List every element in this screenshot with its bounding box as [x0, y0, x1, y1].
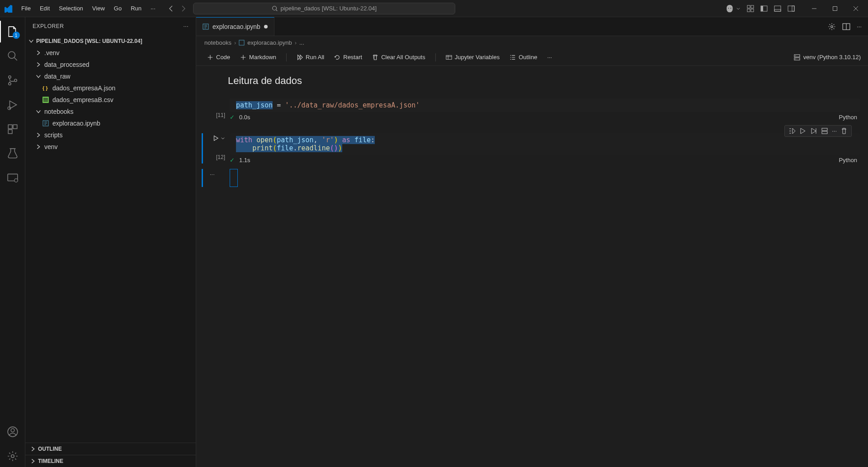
- chevron-down-icon[interactable]: [736, 6, 741, 11]
- project-title[interactable]: PIPELINE_DADOS [WSL: UBUNTU-22.04]: [25, 35, 196, 47]
- split-editor-icon[interactable]: [842, 23, 850, 31]
- code-token: :: [371, 136, 375, 144]
- exec-count: [11]: [216, 112, 225, 118]
- markdown-heading[interactable]: Leitura de dados: [204, 72, 860, 93]
- plus-icon: [240, 54, 246, 61]
- cell-status: ✓ 1.1s Python: [230, 155, 860, 163]
- panel-left-icon[interactable]: [760, 5, 768, 12]
- layout-grid-icon[interactable]: [747, 5, 754, 12]
- svg-point-0: [272, 6, 276, 10]
- code-cell-2[interactable]: ··· [12] with open(path_json, 'r') as fi…: [204, 133, 860, 163]
- svg-point-13: [8, 76, 10, 78]
- activity-testing[interactable]: [0, 143, 25, 164]
- run-cell-button[interactable]: [212, 135, 225, 141]
- menu-edit[interactable]: Edit: [36, 2, 54, 14]
- activity-debug[interactable]: [0, 94, 25, 116]
- menu-go[interactable]: Go: [110, 2, 126, 14]
- panel-bottom-icon[interactable]: [774, 5, 781, 12]
- svg-rect-39: [822, 128, 827, 131]
- chevron-right-icon: ›: [234, 39, 236, 46]
- breadcrumb-more[interactable]: ...: [299, 39, 304, 46]
- menu-overflow[interactable]: ···: [146, 2, 160, 14]
- window-minimize[interactable]: [804, 0, 825, 17]
- file-tree: .venv data_processed data_raw { } dados_…: [25, 47, 196, 153]
- execute-above-icon[interactable]: [810, 127, 817, 135]
- tree-folder-scripts[interactable]: scripts: [25, 129, 196, 141]
- tree-folder-notebooks[interactable]: notebooks: [25, 106, 196, 117]
- svg-point-37: [795, 55, 796, 56]
- tree-file-ipynb[interactable]: exploracao.ipynb: [25, 117, 196, 129]
- variables-button[interactable]: Jupyter Variables: [442, 52, 503, 62]
- code-token: ): [334, 136, 338, 144]
- breadcrumb-notebooks[interactable]: notebooks: [204, 39, 231, 46]
- clear-outputs-button[interactable]: Clear All Outputs: [368, 52, 429, 62]
- csv-icon: [42, 97, 50, 103]
- sidebar-more-icon[interactable]: ···: [183, 23, 189, 29]
- code-editor[interactable]: with open(path_json, 'r') as file: print…: [230, 133, 860, 155]
- restart-button[interactable]: Restart: [330, 52, 366, 62]
- copilot-icon[interactable]: [725, 4, 734, 13]
- cell-status: ✓ 0.0s Python: [230, 112, 860, 121]
- timeline-label: TIMELINE: [38, 458, 63, 464]
- gear-icon[interactable]: [828, 23, 836, 31]
- activity-search[interactable]: [0, 45, 25, 67]
- tree-label: notebooks: [44, 108, 74, 115]
- markdown-label: Markdown: [249, 54, 276, 61]
- menu-run[interactable]: Run: [127, 2, 146, 14]
- activity-explorer[interactable]: 1: [0, 21, 25, 42]
- split-cell-icon[interactable]: [821, 127, 828, 135]
- code-cell-1[interactable]: [11] path_json = '../data_raw/dados_empr…: [204, 98, 860, 121]
- panel-right-icon[interactable]: [788, 5, 795, 12]
- window-maximize[interactable]: [825, 0, 845, 17]
- output-more-icon[interactable]: ···: [210, 171, 215, 177]
- activity-settings[interactable]: [0, 445, 25, 467]
- tree-file-json[interactable]: { } dados_empresaA.json: [25, 82, 196, 94]
- add-code-button[interactable]: Code: [203, 52, 234, 62]
- tree-label: dados_empresaB.csv: [52, 96, 113, 103]
- activity-account[interactable]: [0, 421, 25, 443]
- cell-language[interactable]: Python: [839, 157, 860, 163]
- code-token: '../data_raw/dados_empresaA.json': [285, 101, 420, 109]
- code-token: ,: [314, 136, 322, 144]
- tree-folder-data-processed[interactable]: data_processed: [25, 59, 196, 70]
- activity-source-control[interactable]: [0, 70, 25, 91]
- tree-folder-data-raw[interactable]: data_raw: [25, 70, 196, 82]
- kernel-picker[interactable]: venv (Python 3.10.12): [793, 54, 861, 61]
- tab-exploracao[interactable]: exploracao.ipynb: [196, 17, 274, 36]
- cell-language[interactable]: Python: [839, 114, 860, 121]
- tab-label: exploracao.ipynb: [212, 23, 260, 30]
- svg-point-12: [8, 51, 15, 58]
- run-by-line-icon[interactable]: [788, 127, 796, 135]
- timeline-panel[interactable]: TIMELINE: [25, 455, 196, 467]
- command-center[interactable]: pipeline_dados [WSL: Ubuntu-22.04]: [193, 3, 455, 14]
- cell-output[interactable]: [230, 169, 238, 187]
- breadcrumb[interactable]: notebooks › exploracao.ipynb › ...: [196, 36, 868, 49]
- svg-rect-28: [43, 101, 48, 102]
- code-token: ): [338, 144, 342, 152]
- outline-button[interactable]: Outline: [506, 52, 541, 62]
- run-all-button[interactable]: Run All: [293, 52, 328, 62]
- code-editor[interactable]: path_json = '../data_raw/dados_empresaA.…: [230, 98, 860, 112]
- more-icon[interactable]: ···: [832, 127, 837, 135]
- nav-back-icon[interactable]: [168, 5, 175, 12]
- tree-folder-venv2[interactable]: venv: [25, 141, 196, 153]
- delete-icon[interactable]: [840, 127, 848, 135]
- more-icon[interactable]: ···: [857, 23, 862, 30]
- menu-view[interactable]: View: [88, 2, 109, 14]
- nav-forward-icon[interactable]: [179, 5, 187, 12]
- tree-file-csv[interactable]: dados_empresaB.csv: [25, 94, 196, 106]
- chevron-down-icon: [28, 38, 34, 44]
- menu-selection[interactable]: Selection: [55, 2, 87, 14]
- execute-cell-icon[interactable]: [799, 127, 807, 135]
- tree-folder-venv[interactable]: .venv: [25, 47, 196, 59]
- window-close[interactable]: [845, 0, 866, 17]
- add-markdown-button[interactable]: Markdown: [236, 52, 280, 62]
- outline-panel[interactable]: OUTLINE: [25, 443, 196, 455]
- toolbar-more[interactable]: ···: [543, 52, 556, 62]
- svg-point-21: [14, 179, 18, 182]
- activity-extensions[interactable]: [0, 118, 25, 140]
- activity-remote[interactable]: [0, 167, 25, 189]
- breadcrumb-file[interactable]: exploracao.ipynb: [247, 39, 292, 46]
- menu-file[interactable]: File: [17, 2, 35, 14]
- code-token: path_json: [277, 136, 313, 144]
